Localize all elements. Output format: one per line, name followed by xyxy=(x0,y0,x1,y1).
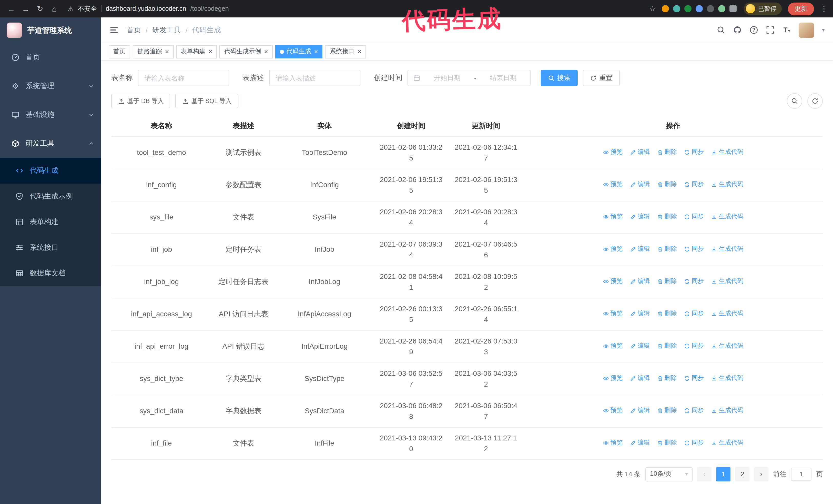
search-button[interactable]: 搜索 xyxy=(541,70,578,86)
page-size-select[interactable]: 10条/页 ▾ xyxy=(645,467,693,481)
edit-link[interactable]: 编辑 xyxy=(630,276,650,287)
table-desc-input[interactable] xyxy=(269,70,360,86)
browser-menu-icon[interactable]: ⋮ xyxy=(820,4,828,13)
preview-link[interactable]: 预览 xyxy=(602,341,623,352)
generate-code-link[interactable]: 生成代码 xyxy=(711,405,743,416)
prev-page-button[interactable]: ‹ xyxy=(697,467,712,481)
goto-page-input[interactable] xyxy=(791,467,811,481)
delete-link[interactable]: 删除 xyxy=(657,147,677,158)
sidebar-item-code-generation[interactable]: 代码生成 xyxy=(0,158,101,184)
tag-codegen-example[interactable]: 代码生成示例× xyxy=(219,45,272,58)
sync-link[interactable]: 同步 xyxy=(684,308,704,319)
delete-link[interactable]: 删除 xyxy=(657,244,677,255)
refresh-table-button[interactable] xyxy=(807,93,823,109)
close-icon[interactable]: × xyxy=(264,48,268,55)
delete-link[interactable]: 删除 xyxy=(657,405,677,416)
forward-button[interactable]: → xyxy=(20,3,32,15)
edit-link[interactable]: 编辑 xyxy=(630,212,650,222)
tag-system-api[interactable]: 系统接口× xyxy=(325,45,366,58)
edit-link[interactable]: 编辑 xyxy=(630,308,650,319)
import-sql-button[interactable]: 基于 SQL 导入 xyxy=(175,94,238,108)
extension-icon[interactable] xyxy=(684,5,691,12)
page-button-2[interactable]: 2 xyxy=(735,467,749,481)
delete-link[interactable]: 删除 xyxy=(657,179,677,190)
back-button[interactable]: ← xyxy=(5,3,18,15)
preview-link[interactable]: 预览 xyxy=(602,373,623,384)
hamburger-icon[interactable] xyxy=(109,25,119,35)
sync-link[interactable]: 同步 xyxy=(684,438,704,448)
edit-link[interactable]: 编辑 xyxy=(630,438,650,448)
sidebar-item-system-management[interactable]: ⚙ 系统管理 xyxy=(0,72,101,100)
browser-update-button[interactable]: 更新 xyxy=(788,2,814,15)
edit-link[interactable]: 编辑 xyxy=(630,373,650,384)
sync-link[interactable]: 同步 xyxy=(684,276,704,287)
edit-link[interactable]: 编辑 xyxy=(630,179,650,190)
next-page-button[interactable]: › xyxy=(754,467,768,481)
preview-link[interactable]: 预览 xyxy=(602,244,623,255)
sync-link[interactable]: 同步 xyxy=(684,405,704,416)
sidebar-item-db-docs[interactable]: 数据库文档 xyxy=(0,261,101,286)
generate-code-link[interactable]: 生成代码 xyxy=(711,276,743,287)
delete-link[interactable]: 删除 xyxy=(657,373,677,384)
sync-link[interactable]: 同步 xyxy=(684,179,704,190)
edit-link[interactable]: 编辑 xyxy=(630,147,650,158)
page-button-1[interactable]: 1 xyxy=(716,467,731,481)
generate-code-link[interactable]: 生成代码 xyxy=(711,147,743,158)
sidebar-item-infrastructure[interactable]: 基础设施 xyxy=(0,100,101,129)
tag-form-builder[interactable]: 表单构建× xyxy=(176,45,217,58)
import-db-button[interactable]: 基于 DB 导入 xyxy=(111,94,170,108)
delete-link[interactable]: 删除 xyxy=(657,438,677,448)
generate-code-link[interactable]: 生成代码 xyxy=(711,373,743,384)
browser-profile-chip[interactable]: 已暂停 xyxy=(744,3,782,15)
preview-link[interactable]: 预览 xyxy=(602,147,623,158)
preview-link[interactable]: 预览 xyxy=(602,179,623,190)
delete-link[interactable]: 删除 xyxy=(657,308,677,319)
extension-icon[interactable] xyxy=(662,5,669,12)
extension-icon[interactable] xyxy=(673,5,680,12)
sync-link[interactable]: 同步 xyxy=(684,373,704,384)
user-avatar[interactable] xyxy=(799,22,814,38)
preview-link[interactable]: 预览 xyxy=(602,212,623,222)
sidebar-item-home[interactable]: 首页 xyxy=(0,43,101,72)
extensions-puzzle-icon[interactable] xyxy=(730,5,737,12)
toggle-search-button[interactable] xyxy=(787,93,802,109)
reload-button[interactable]: ↻ xyxy=(34,3,46,15)
sync-link[interactable]: 同步 xyxy=(684,341,704,352)
chevron-down-icon[interactable]: ▾ xyxy=(822,27,825,33)
table-name-input[interactable] xyxy=(138,70,229,86)
close-icon[interactable]: × xyxy=(208,48,212,55)
search-icon[interactable] xyxy=(717,26,725,34)
delete-link[interactable]: 删除 xyxy=(657,341,677,352)
sidebar-item-system-api[interactable]: 系统接口 xyxy=(0,235,101,261)
tag-home[interactable]: 首页 xyxy=(109,45,130,58)
preview-link[interactable]: 预览 xyxy=(602,308,623,319)
close-icon[interactable]: × xyxy=(165,48,169,55)
edit-link[interactable]: 编辑 xyxy=(630,244,650,255)
generate-code-link[interactable]: 生成代码 xyxy=(711,212,743,222)
sidebar-item-codegen-example[interactable]: 代码生成示例 xyxy=(0,184,101,209)
generate-code-link[interactable]: 生成代码 xyxy=(711,244,743,255)
extension-icon[interactable] xyxy=(707,5,714,12)
sync-link[interactable]: 同步 xyxy=(684,147,704,158)
home-button[interactable]: ⌂ xyxy=(48,3,61,15)
close-icon[interactable]: × xyxy=(314,48,318,55)
extension-icon[interactable] xyxy=(718,5,725,12)
date-range-picker[interactable]: 开始日期 - 结束日期 xyxy=(407,70,530,86)
sync-link[interactable]: 同步 xyxy=(684,244,704,255)
extension-icon[interactable] xyxy=(696,5,703,12)
generate-code-link[interactable]: 生成代码 xyxy=(711,438,743,448)
tag-code-generation[interactable]: 代码生成× xyxy=(275,45,323,58)
sidebar-item-dev-tools[interactable]: 研发工具 xyxy=(0,129,101,158)
bookmark-star-icon[interactable]: ☆ xyxy=(649,5,656,13)
sync-link[interactable]: 同步 xyxy=(684,212,704,222)
generate-code-link[interactable]: 生成代码 xyxy=(711,179,743,190)
generate-code-link[interactable]: 生成代码 xyxy=(711,308,743,319)
address-bar[interactable]: ⚠ 不安全 dashboard.yudao.iocoder.cn/tool/co… xyxy=(68,4,643,13)
preview-link[interactable]: 预览 xyxy=(602,276,623,287)
tag-link-tracing[interactable]: 链路追踪× xyxy=(133,45,173,58)
breadcrumb-home[interactable]: 首页 xyxy=(127,25,141,34)
close-icon[interactable]: × xyxy=(358,48,361,55)
generate-code-link[interactable]: 生成代码 xyxy=(711,341,743,352)
edit-link[interactable]: 编辑 xyxy=(630,341,650,352)
font-size-icon[interactable] xyxy=(783,26,791,34)
